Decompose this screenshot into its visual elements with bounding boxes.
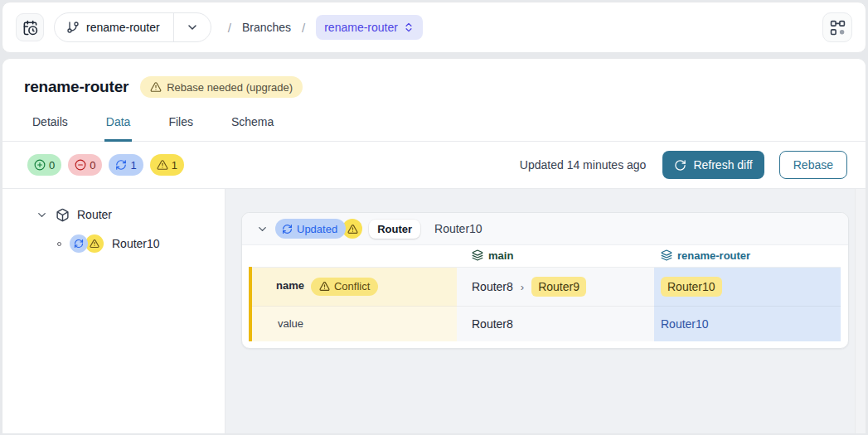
tab-bar: Details Data Files Schema xyxy=(2,115,866,142)
conflict-pill-label: Conflict xyxy=(334,280,370,292)
tree-item-router-label: Router xyxy=(77,208,112,221)
field-name-cell: nameConflict xyxy=(250,267,457,306)
entity-name: Router10 xyxy=(434,222,482,235)
tree-item-router10-label: Router10 xyxy=(112,237,160,250)
page-header: rename-router Rebase needed (upgrade) xyxy=(2,59,866,98)
vertical-scrollbar[interactable] xyxy=(855,189,866,433)
branch-selector-caret[interactable] xyxy=(174,13,211,41)
field-name: value xyxy=(278,317,303,330)
tree-item-router[interactable]: Router xyxy=(36,204,225,225)
diff-card-header: Updated Router Router10 xyxy=(242,213,848,245)
change-status-badges xyxy=(70,234,104,253)
main-panel: rename-router Rebase needed (upgrade) De… xyxy=(2,58,866,433)
rotate-cw-icon xyxy=(674,159,686,172)
table-row: nameConflict Router8›Router9 Router10 xyxy=(250,267,841,306)
base-value-cell: Router8 xyxy=(457,306,654,341)
branch-selector-current[interactable]: rename-router xyxy=(55,13,173,41)
tab-schema[interactable]: Schema xyxy=(230,115,275,142)
tab-details[interactable]: Details xyxy=(31,115,70,142)
updated-status-label: Updated xyxy=(297,223,337,235)
app-grid-icon xyxy=(830,20,846,36)
updated-status-badge: Updated xyxy=(275,219,346,239)
diff-table: main rename-router nameConflict xyxy=(249,245,841,341)
diff-table-header-row: main rename-router xyxy=(250,245,841,267)
content-split: Router xyxy=(2,188,866,433)
tab-data[interactable]: Data xyxy=(104,115,133,142)
warning-triangle-icon xyxy=(90,239,99,249)
circle-plus-icon xyxy=(34,159,46,171)
refresh-icon xyxy=(282,224,293,234)
history-button[interactable] xyxy=(16,13,44,41)
layers-icon xyxy=(661,249,672,261)
added-count-badge: 0 xyxy=(27,154,61,176)
collapse-chevron-icon[interactable] xyxy=(252,223,272,235)
rebase-button[interactable]: Rebase xyxy=(779,151,847,179)
apps-menu-button[interactable] xyxy=(822,12,852,42)
compare-value-cell: Router10 xyxy=(654,306,841,341)
breadcrumb-separator: / xyxy=(302,21,305,35)
git-branch-icon xyxy=(66,21,80,34)
object-tree-panel: Router xyxy=(2,189,225,433)
updated-count: 1 xyxy=(130,159,136,172)
bullet-icon xyxy=(57,242,61,246)
base-old-value: Router8 xyxy=(472,280,513,293)
breadcrumb-branch-dropdown[interactable]: rename-router xyxy=(316,15,423,40)
warning-triangle-icon xyxy=(347,224,358,234)
field-name-cell: value xyxy=(250,306,457,341)
conflict-count: 1 xyxy=(172,159,177,172)
chevron-down-icon xyxy=(186,21,199,34)
branch-selector[interactable]: rename-router xyxy=(54,12,211,42)
table-row: value Router8 Router10 xyxy=(250,306,841,341)
refresh-icon xyxy=(115,159,127,171)
rebase-needed-label: Rebase needed (upgrade) xyxy=(167,81,293,94)
compare-value-highlight: Router10 xyxy=(661,277,722,297)
field-column-header xyxy=(250,245,457,267)
change-arrow: › xyxy=(521,281,524,293)
calendar-clock-icon xyxy=(22,20,38,36)
base-new-value-highlight: Router9 xyxy=(531,277,586,297)
refresh-icon xyxy=(74,239,84,249)
warning-triangle-icon xyxy=(157,159,168,171)
entity-type-badge: Router xyxy=(369,220,420,239)
conflict-dot-badge xyxy=(85,234,104,253)
refresh-diff-label: Refresh diff xyxy=(693,158,752,172)
box-icon xyxy=(56,208,70,222)
base-branch-column-header: main xyxy=(457,245,654,267)
rebase-needed-badge: Rebase needed (upgrade) xyxy=(140,76,303,98)
breadcrumb: / Branches / rename-router xyxy=(228,15,423,40)
tab-files[interactable]: Files xyxy=(167,115,195,142)
removed-count-badge: 0 xyxy=(68,154,102,176)
added-count: 0 xyxy=(49,159,55,172)
conflict-count-badge: 1 xyxy=(150,154,184,176)
compare-branch-label: rename-router xyxy=(677,249,750,262)
tree-item-router10[interactable]: Router10 xyxy=(57,233,225,254)
diff-card: Updated Router Router10 xyxy=(241,212,849,349)
breadcrumb-branch-label: rename-router xyxy=(324,21,398,34)
breadcrumb-branches-link[interactable]: Branches xyxy=(242,21,291,34)
diff-stats-row: 0 0 1 1 Updated 14 minutes ago xyxy=(2,142,866,188)
warning-triangle-icon xyxy=(319,281,330,292)
base-branch-label: main xyxy=(488,249,513,262)
warning-triangle-icon xyxy=(150,81,162,93)
last-updated-text: Updated 14 minutes ago xyxy=(520,158,647,172)
base-value-cell: Router8›Router9 xyxy=(457,267,654,306)
breadcrumb-separator: / xyxy=(228,21,231,35)
app-window: rename-router / Branches / rename-router xyxy=(2,2,866,433)
removed-count: 0 xyxy=(90,159,95,172)
conflict-pill: Conflict xyxy=(311,278,378,296)
branch-selector-label: rename-router xyxy=(86,21,160,34)
chevron-down-icon[interactable] xyxy=(36,209,48,221)
compare-branch-column-header: rename-router xyxy=(654,245,841,267)
base-value: Router8 xyxy=(472,317,513,331)
compare-value-cell: Router10 xyxy=(654,267,841,306)
field-name: name xyxy=(276,279,304,292)
updated-count-badge: 1 xyxy=(109,154,143,176)
updated-dot-badge xyxy=(70,234,88,253)
compare-value: Router10 xyxy=(661,317,709,331)
chevrons-up-down-icon xyxy=(403,22,415,33)
layers-icon xyxy=(472,249,483,261)
top-bar: rename-router / Branches / rename-router xyxy=(2,2,866,53)
refresh-diff-button[interactable]: Refresh diff xyxy=(662,151,764,179)
page-title: rename-router xyxy=(24,78,129,96)
diff-area: Updated Router Router10 xyxy=(225,189,866,433)
